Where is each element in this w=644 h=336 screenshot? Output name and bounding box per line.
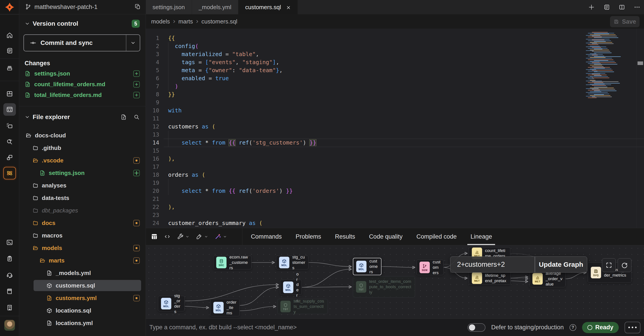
tree-item-macros[interactable]: macros [19, 229, 146, 242]
rail-item-frame-select[interactable] [3, 119, 16, 132]
version-control-header[interactable]: Version control 5 [19, 14, 146, 30]
rail-item-windows[interactable] [3, 151, 16, 164]
rail-item-headset[interactable] [3, 269, 16, 281]
changed-file-row[interactable]: count_lifetime_orders.md [19, 79, 146, 90]
rail-item-archive[interactable] [3, 61, 16, 74]
editor-tab-bar: settings.json_models.ymlcustomers.sql [146, 0, 644, 14]
panel-tab-commands[interactable]: Commands [251, 228, 282, 245]
code-line: 3 materialized = "table", [146, 50, 644, 58]
lineage-node-tsupply[interactable]: TSTtest_supply_costs_sum_correctly [277, 299, 328, 314]
tree-item--github[interactable]: .github [19, 142, 146, 154]
rail-item-dashboard[interactable] [3, 88, 16, 100]
changed-file-row[interactable]: total_lifetime_orders.md [19, 90, 146, 100]
rail-item-clipboard[interactable] [3, 253, 16, 265]
tree-item-settings-json[interactable]: settings.json [19, 167, 146, 179]
more-options-button[interactable] [624, 322, 640, 333]
tree-item-customers-yml[interactable]: customers.yml [19, 292, 146, 304]
search-icon[interactable] [134, 114, 140, 120]
lineage-edge [511, 281, 528, 282]
help-icon[interactable]: ? [570, 324, 576, 331]
lineage-node-orders[interactable]: MDLorders [280, 280, 302, 295]
save-button[interactable]: Save [610, 16, 640, 27]
tree-item-docs-cloud[interactable]: docs-cloud [19, 129, 146, 142]
minimap[interactable] [586, 31, 626, 98]
file-explorer-header[interactable]: File explorer [19, 106, 146, 123]
refresh-graph-button[interactable] [618, 258, 632, 272]
panel-tab-lineage[interactable]: Lineage [470, 228, 492, 245]
fullscreen-button[interactable] [602, 258, 616, 272]
lineage-node-torder[interactable]: TSTtest_order_items_compute_to_bools_cor… [353, 276, 415, 298]
rail-item-terminal[interactable] [3, 236, 16, 249]
more-icon[interactable] [633, 3, 641, 11]
rail-item-code-editor[interactable] [3, 103, 16, 116]
node-type-badge-tst: TST [356, 281, 366, 293]
code-text [164, 163, 168, 171]
code-button[interactable] [164, 233, 171, 240]
branch-name[interactable]: matthewshaver-patch-1 [34, 3, 134, 10]
breadcrumb-item[interactable]: models [151, 18, 170, 25]
command-input[interactable]: Type a command, ex. dbt build --select <… [149, 324, 468, 331]
tree-item-models[interactable]: models [19, 242, 146, 254]
tree-item-locations-sql[interactable]: locations.sql [19, 304, 146, 317]
minimap-line [592, 47, 601, 48]
new-tab-icon[interactable] [588, 3, 595, 11]
changed-file-row[interactable]: settings.json [19, 68, 146, 79]
user-avatar[interactable] [4, 320, 15, 331]
build-wrench-button[interactable] [177, 233, 190, 240]
close-icon[interactable] [286, 5, 291, 9]
rail-item-docs-book[interactable] [3, 285, 16, 298]
update-graph-button[interactable]: Update Graph [535, 257, 587, 272]
rail-item-copilot-atom[interactable] [3, 167, 16, 179]
lineage-selector-input[interactable]: 2+customers+2 [450, 257, 535, 272]
tree-item-dbt_packages[interactable]: dbt_packages [19, 204, 146, 217]
code-editor[interactable]: 1{{2 config(3 materialized = "table",4 t… [146, 28, 644, 228]
notebook-panel-icon[interactable] [603, 3, 610, 11]
tree-item-_models-yml[interactable]: _models.yml [19, 267, 146, 279]
dbt-logo[interactable] [0, 0, 19, 14]
code-token: { [205, 67, 209, 73]
editor-tab-settings-json[interactable]: settings.json [146, 0, 192, 14]
split-view-icon[interactable] [618, 3, 626, 11]
breadcrumb-item[interactable]: customers.sql [202, 18, 237, 25]
lineage-node-raw[interactable]: SRCecom.raw_customers [213, 256, 252, 270]
editor-tab-_models-yml[interactable]: _models.yml [192, 0, 238, 14]
new-file-icon[interactable] [120, 114, 127, 120]
lineage-node-sem[interactable]: SEMcustomers [416, 260, 444, 275]
tree-item-customers-sql[interactable]: customers.sql [19, 279, 146, 292]
code-token [209, 139, 212, 146]
tree-item-marts[interactable]: marts [19, 254, 146, 267]
copy-icon[interactable] [134, 3, 141, 11]
panel-tab-problems[interactable]: Problems [296, 228, 321, 245]
lineage-node-stgc[interactable]: MDLstg_customers [276, 256, 308, 270]
ide-status-badge[interactable]: Ready [582, 322, 619, 333]
lineage-node-stgo[interactable]: MDLstg_orders [158, 296, 185, 312]
scrollbar-thumb[interactable] [638, 61, 643, 65]
lineage-node-cust[interactable]: MDLcustomers [353, 258, 382, 275]
panel-tab-results[interactable]: Results [335, 228, 355, 245]
breadcrumb-item[interactable]: marts [178, 18, 193, 25]
format-button[interactable] [196, 233, 208, 240]
tree-item-locations-yml[interactable]: locations.yml [19, 317, 146, 329]
lineage-node-avg[interactable]: METaverage_order_value [529, 270, 566, 287]
rail-item-organization[interactable] [3, 301, 16, 314]
defer-toggle[interactable] [468, 323, 486, 332]
rail-item-notebook[interactable] [3, 44, 16, 57]
tree-item--vscode[interactable]: .vscode [19, 154, 146, 167]
panel-tab-code-quality[interactable]: Code quality [369, 228, 402, 245]
lineage-node-life[interactable]: METlifetime_spend_pretax [469, 272, 511, 285]
code-token: ) [279, 188, 286, 194]
rail-item-home[interactable] [3, 29, 16, 41]
lineage-canvas[interactable]: 2+customers+2 Update Graph SRCecom.raw_c… [146, 245, 644, 319]
lineage-node-oitems[interactable]: MDLorder_items [210, 299, 240, 316]
tree-item-analyses[interactable]: analyses [19, 179, 146, 192]
rail-item-search-insights[interactable] [3, 135, 16, 148]
editor-tab-customers-sql[interactable]: customers.sql [238, 0, 298, 14]
tree-item-data-tests[interactable]: data-tests [19, 192, 146, 204]
code-text [164, 98, 168, 107]
tree-item-docs[interactable]: docs [19, 217, 146, 229]
panel-tab-compiled-code[interactable]: Compiled code [416, 228, 456, 245]
preview-table-button[interactable] [151, 233, 158, 240]
copilot-wand-button[interactable] [214, 233, 227, 240]
commit-and-sync-button[interactable]: Commit and sync [24, 34, 140, 51]
commit-options-caret[interactable] [126, 40, 140, 45]
